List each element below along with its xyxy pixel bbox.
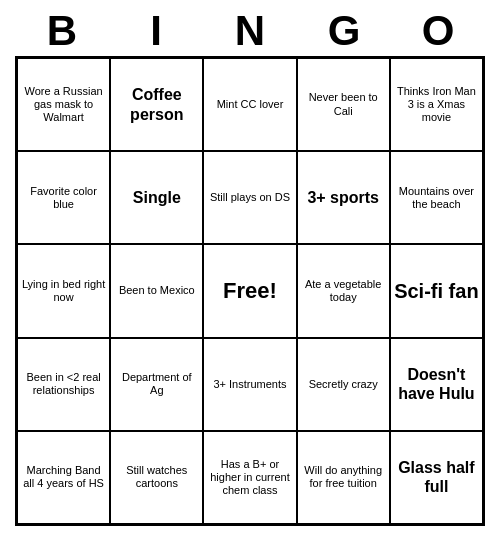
- bingo-cell-2[interactable]: Mint CC lover: [203, 58, 296, 151]
- bingo-cell-17[interactable]: 3+ Instruments: [203, 338, 296, 431]
- letter-n: N: [206, 10, 294, 52]
- bingo-cell-22[interactable]: Has a B+ or higher in current chem class: [203, 431, 296, 524]
- bingo-cell-0[interactable]: Wore a Russian gas mask to Walmart: [17, 58, 110, 151]
- letter-b: B: [18, 10, 106, 52]
- letter-i: I: [112, 10, 200, 52]
- bingo-cell-9[interactable]: Mountains over the beach: [390, 151, 483, 244]
- bingo-cell-10[interactable]: Lying in bed right now: [17, 244, 110, 337]
- bingo-cell-7[interactable]: Still plays on DS: [203, 151, 296, 244]
- bingo-cell-11[interactable]: Been to Mexico: [110, 244, 203, 337]
- letter-g: G: [300, 10, 388, 52]
- bingo-cell-13[interactable]: Ate a vegetable today: [297, 244, 390, 337]
- bingo-cell-18[interactable]: Secretly crazy: [297, 338, 390, 431]
- bingo-cell-8[interactable]: 3+ sports: [297, 151, 390, 244]
- bingo-cell-3[interactable]: Never been to Cali: [297, 58, 390, 151]
- bingo-cell-15[interactable]: Been in <2 real relationships: [17, 338, 110, 431]
- bingo-cell-23[interactable]: Will do anything for free tuition: [297, 431, 390, 524]
- bingo-cell-24[interactable]: Glass half full: [390, 431, 483, 524]
- bingo-cell-12[interactable]: Free!: [203, 244, 296, 337]
- bingo-header: B I N G O: [15, 10, 485, 52]
- bingo-cell-1[interactable]: Coffee person: [110, 58, 203, 151]
- bingo-cell-5[interactable]: Favorite color blue: [17, 151, 110, 244]
- letter-o: O: [394, 10, 482, 52]
- bingo-grid: Wore a Russian gas mask to WalmartCoffee…: [15, 56, 485, 526]
- bingo-cell-21[interactable]: Still watches cartoons: [110, 431, 203, 524]
- bingo-cell-4[interactable]: Thinks Iron Man 3 is a Xmas movie: [390, 58, 483, 151]
- bingo-cell-16[interactable]: Department of Ag: [110, 338, 203, 431]
- bingo-cell-19[interactable]: Doesn't have Hulu: [390, 338, 483, 431]
- bingo-cell-14[interactable]: Sci-fi fan: [390, 244, 483, 337]
- bingo-cell-6[interactable]: Single: [110, 151, 203, 244]
- bingo-cell-20[interactable]: Marching Band all 4 years of HS: [17, 431, 110, 524]
